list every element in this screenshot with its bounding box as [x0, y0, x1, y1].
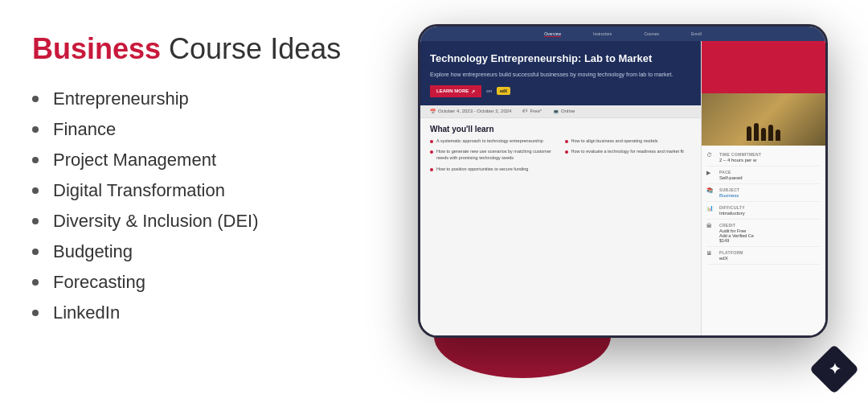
- tablet-screen: Overview Instructors Courses Enroll Tech…: [420, 27, 825, 335]
- list-item: Entrepreneurship: [32, 88, 370, 109]
- bottom-logo: ✦: [817, 352, 852, 387]
- bullet-icon: [32, 310, 39, 316]
- course-list: Entrepreneurship Finance Project Managem…: [32, 88, 370, 323]
- price-icon: 🏷: [522, 109, 527, 113]
- bullet-icon: [32, 96, 39, 102]
- bullet-icon: [32, 157, 39, 163]
- page-title: Business Course Ideas: [32, 32, 370, 66]
- learn-bullet-icon: [565, 150, 568, 154]
- list-item: Project Management: [32, 150, 370, 171]
- list-item: Digital Transformation: [32, 180, 370, 201]
- learn-bullet-icon: [430, 150, 433, 154]
- silhouette-person: [768, 125, 773, 141]
- learn-grid: A systematic approach to technology entr…: [430, 138, 691, 173]
- difficulty-icon: 📊: [706, 205, 716, 212]
- nav-instructors[interactable]: Instructors: [593, 31, 612, 36]
- nav-overview[interactable]: Overview: [544, 31, 561, 37]
- list-item: Finance: [32, 119, 370, 140]
- subject-icon: 📚: [706, 187, 716, 194]
- course-image-red: [702, 41, 825, 93]
- platform-label: on: [486, 88, 492, 93]
- silhouette-group: [747, 123, 780, 141]
- left-panel: Business Course Ideas Entrepreneurship F…: [32, 32, 370, 333]
- info-row-platform: 🖥 PLATFORM edX: [706, 247, 821, 265]
- calendar-icon: 📅: [430, 109, 436, 114]
- info-row-difficulty: 📊 DIFFICULTY Introductory: [706, 202, 821, 220]
- bullet-icon: [32, 218, 39, 224]
- screen-topbar: Overview Instructors Courses Enroll: [420, 27, 825, 41]
- credit-icon: 🏛: [706, 223, 716, 228]
- bullet-icon: [32, 126, 39, 133]
- screen-main: Technology Entrepreneurship: Lab to Mark…: [420, 41, 701, 335]
- info-rows: ⏱ TIME COMMITMENT 2 – 4 hours per w ▶ PA…: [702, 146, 825, 268]
- sidebar-images: [702, 41, 825, 146]
- learn-item: How to position opportunities to secure …: [430, 167, 557, 173]
- info-row-pace: ▶ PACE Self-paced: [706, 167, 821, 184]
- info-row-time: ⏱ TIME COMMITMENT 2 – 4 hours per w: [706, 149, 821, 167]
- online-icon: 💻: [553, 109, 559, 114]
- screen-body: Technology Entrepreneurship: Lab to Mark…: [420, 41, 825, 335]
- nav-courses[interactable]: Courses: [644, 31, 659, 36]
- silhouette-person: [747, 126, 751, 141]
- list-item: Budgeting: [32, 241, 370, 262]
- list-item: Forecasting: [32, 272, 370, 293]
- learn-bullet-icon: [565, 140, 568, 143]
- learn-item: How to generate new use scenarios by mat…: [430, 149, 557, 161]
- silhouette-person: [776, 130, 780, 141]
- course-title: Technology Entrepreneurship: Lab to Mark…: [430, 52, 691, 66]
- bullet-icon: [32, 249, 39, 255]
- logo-diamond: ✦: [809, 344, 859, 394]
- price-badge: 🏷 Free*: [522, 109, 542, 113]
- silhouette-person: [761, 128, 766, 141]
- dates-bar: 📅 October 4, 2023 - October 2, 2024 🏷 Fr…: [420, 105, 701, 118]
- title-rest: Course Ideas: [169, 32, 341, 66]
- platform-badge: edX: [497, 87, 510, 95]
- learn-item: How to evaluate a technology for readine…: [565, 149, 692, 161]
- right-panel: Overview Instructors Courses Enroll Tech…: [394, 16, 844, 362]
- learn-more-button[interactable]: LEARN MORE ↗: [430, 85, 481, 97]
- pace-icon: ▶: [706, 170, 716, 176]
- silhouette-person: [754, 123, 759, 141]
- learn-bullet-icon: [430, 140, 433, 143]
- logo-symbol: ✦: [829, 360, 841, 378]
- title-bold: Business: [32, 32, 161, 66]
- mode-badge: 💻 Online: [553, 109, 575, 114]
- list-item: LinkedIn: [32, 302, 370, 323]
- course-desc: Explore how entrepreneurs build successf…: [430, 71, 691, 79]
- platform-icon: 🖥: [706, 250, 716, 256]
- bullet-icon: [32, 279, 39, 286]
- learn-item: How to align business and operating mode…: [565, 138, 692, 145]
- learn-title: What you'll learn: [430, 125, 691, 134]
- bullet-icon: [32, 187, 39, 194]
- hero-section: Technology Entrepreneurship: Lab to Mark…: [420, 41, 701, 105]
- tablet-frame: Overview Instructors Courses Enroll Tech…: [418, 24, 828, 338]
- list-item: Diversity & Inclusion (DEI): [32, 211, 370, 232]
- info-row-credit: 🏛 CREDIT Audit for Free Add a Verified C…: [706, 220, 821, 247]
- learn-bullet-icon: [430, 168, 433, 171]
- course-dates: 📅 October 4, 2023 - October 2, 2024: [430, 109, 511, 114]
- nav-enroll[interactable]: Enroll: [691, 31, 702, 36]
- screen-sidebar: ⏱ TIME COMMITMENT 2 – 4 hours per w ▶ PA…: [701, 41, 825, 335]
- info-row-subject: 📚 SUBJECT Business: [706, 184, 821, 202]
- hero-cta: LEARN MORE ↗ on edX: [430, 85, 691, 97]
- time-icon: ⏱: [706, 152, 716, 158]
- learn-item: A systematic approach to technology entr…: [430, 138, 557, 145]
- learn-section: What you'll learn A systematic approach …: [420, 118, 701, 179]
- course-image-gold: [702, 93, 825, 146]
